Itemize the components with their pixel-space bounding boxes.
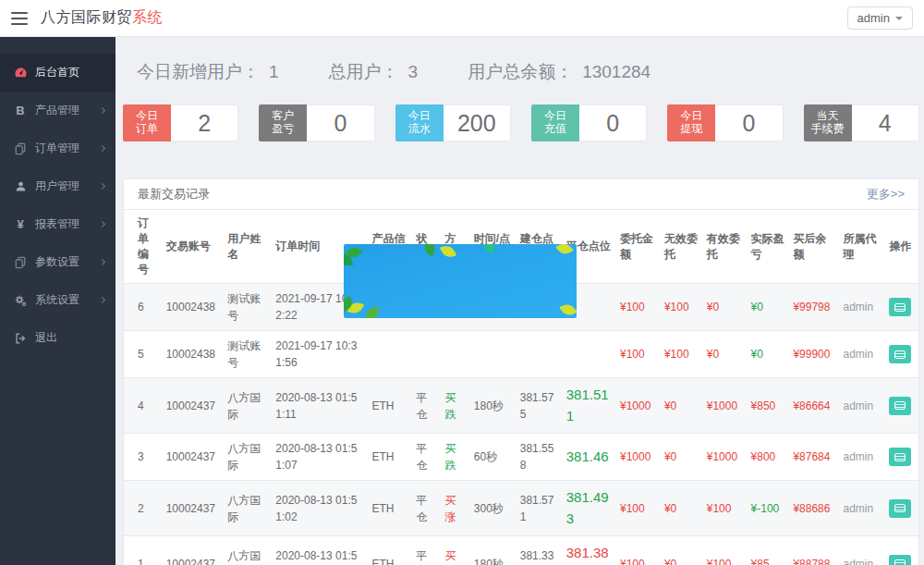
order-detail-icon [894,303,906,312]
sidebar-item-label: 系统设置 [35,292,79,308]
table-cell: ¥88788 [789,536,839,565]
table-cell: ¥100 [616,331,661,378]
sidebar-item-logout[interactable]: 退出 [0,319,116,357]
op-cell [885,434,918,481]
user-icon [13,179,28,194]
table-cell: ¥100 [661,284,703,331]
view-order-button[interactable] [889,555,911,565]
panel-title: 最新交易记录 [138,186,210,203]
chevron-right-icon [99,297,105,303]
table-cell: 2020-08-13 01:51:11 [272,378,368,434]
table-row: 310002437八方国际2020-08-13 01:51:07ETH平仓买跌6… [124,434,918,481]
table-cell: ETH [368,434,412,481]
table-cell: 八方国际 [224,378,272,434]
table-cell: ¥-100 [748,481,790,536]
more-link[interactable]: 更多>> [867,186,905,203]
table-cell: ¥800 [748,434,790,481]
op-cell [885,284,918,331]
table-cell: 八方国际 [224,481,272,536]
table-cell [517,331,563,378]
user-dropdown-label: admin [857,11,890,25]
column-header: 有效委托 [703,210,748,284]
table-cell: admin [840,331,886,378]
table-cell: ETH [368,536,412,565]
order-detail-icon [894,504,906,512]
sidebar-item-users[interactable]: 用户管理 [0,167,116,205]
table-cell: 2021-09-17 10:31:56 [272,331,368,378]
card-value: 4 [852,104,919,141]
table-cell: 381.332 [517,536,563,565]
card-label: 今日流水 [395,104,444,141]
card-label: 今日提现 [667,104,715,141]
sidebar-item-parameters[interactable]: 参数设置 [0,243,116,281]
sidebar-item-orders[interactable]: 订单管理 [0,129,116,167]
order-detail-icon [894,453,906,461]
table-cell: 60秒 [470,434,517,481]
sidebar-item-home[interactable]: 后台首页 [0,54,116,92]
dashboard-icon [13,66,28,80]
column-header: 用户姓名 [224,210,272,284]
view-order-button[interactable] [889,448,911,466]
table-cell: 平仓 [412,378,441,434]
column-header: 所属代理 [840,210,886,284]
stat-total-balance-value: 1301284 [582,62,650,82]
op-cell [885,331,918,378]
table-cell: ¥100 [703,536,748,565]
chevron-right-icon [99,259,105,265]
table-cell: 买跌 [442,378,470,434]
table-cell: ¥0 [661,481,703,536]
table-cell: admin [840,284,886,331]
top-bar: 八方国际财贸系统 admin [0,0,924,37]
table-cell: ¥850 [748,378,790,434]
panel-header: 最新交易记录 更多>> [124,179,918,210]
table-cell: admin [840,378,886,434]
stat-new-users-value: 1 [269,62,279,82]
table-cell: ETH [368,481,412,536]
table-cell: ¥0 [748,284,790,331]
card-today-withdraw: 今日提现 0 [667,104,783,141]
table-cell: ¥0 [661,378,703,434]
card-today-deposit: 今日充值 0 [531,104,647,141]
table-cell: admin [840,481,886,536]
view-order-button[interactable] [889,298,911,316]
sidebar-item-label: 用户管理 [35,178,79,194]
privacy-overlay-image [344,244,577,318]
table-cell: 买涨 [442,536,470,565]
table-cell: 平仓 [412,481,441,536]
user-dropdown[interactable]: admin [847,6,913,30]
sidebar-item-products[interactable]: B 产品管理 [0,92,116,129]
overview-stats: 今日新增用户： 1 总用户： 3 用户总余额： 1301284 [137,60,919,84]
sidebar-item-system[interactable]: 系统设置 [0,281,116,319]
stat-total-users-label: 总用户： [329,60,399,84]
view-order-button[interactable] [889,397,911,415]
view-order-button[interactable] [889,345,911,363]
sidebar-item-label: 后台首页 [35,65,79,80]
chevron-right-icon [99,145,105,152]
card-value: 0 [579,104,647,141]
table-cell [368,331,412,378]
column-header: 操作 [885,210,918,284]
table-cell: ¥99798 [789,284,839,331]
sidebar-item-label: 参数设置 [35,254,79,270]
table-cell: 测试账号 [224,331,272,378]
table-cell: 180秒 [470,536,517,565]
table-cell: 10002437 [163,536,225,565]
table-cell: 八方国际 [224,536,272,565]
sidebar-item-reports[interactable]: ¥ 报表管理 [0,205,116,243]
column-header: 订单编号 [124,210,163,284]
table-cell: ¥0 [661,536,703,565]
card-label: 当天手续费 [804,104,852,141]
table-cell: 10002437 [163,481,225,536]
table-cell: 2020-08-13 01:50:57 [272,536,368,565]
main-content: 今日新增用户： 1 总用户： 3 用户总余额： 1301284 今日订单 2 客… [116,37,924,565]
table-cell: ¥99900 [789,331,839,378]
view-order-button[interactable] [889,499,911,518]
card-label: 今日订单 [123,104,171,141]
table-cell: ¥1000 [703,434,748,481]
table-cell: 180秒 [470,378,517,434]
table-cell: ¥1000 [703,378,748,434]
table-cell: ¥1000 [616,378,661,434]
table-cell: 1 [124,536,163,565]
table-cell: ¥100 [616,536,661,565]
menu-toggle-icon[interactable] [11,12,28,25]
